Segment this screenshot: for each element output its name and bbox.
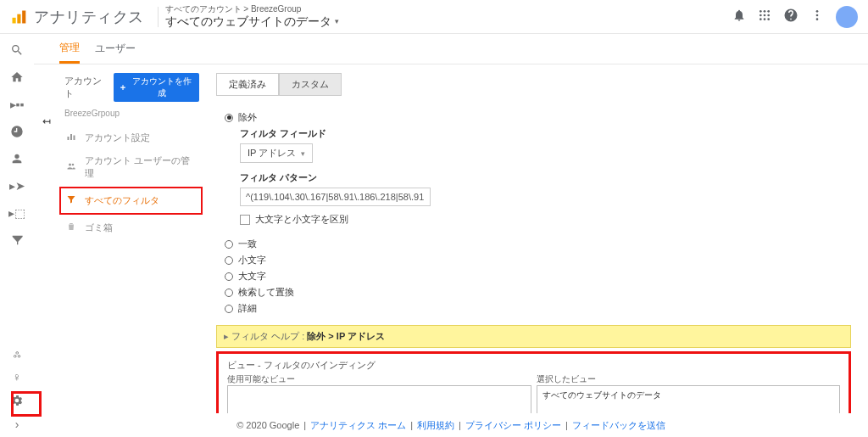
svg-point-4 xyxy=(764,10,766,13)
filter-help-box: ▸ フィルタ ヘルプ : 除外 > IP アドレス xyxy=(216,325,851,348)
brand-name: アナリティクス xyxy=(34,7,144,27)
radio-lower[interactable]: 小文字 xyxy=(225,254,851,266)
dashboard-icon[interactable]: ▸▪▪ xyxy=(9,97,25,112)
avatar[interactable] xyxy=(836,6,858,28)
svg-rect-15 xyxy=(68,137,70,140)
radio-search-replace[interactable]: 検索して置換 xyxy=(225,286,851,299)
svg-rect-0 xyxy=(13,17,16,23)
radio-match[interactable]: 一致 xyxy=(225,238,851,250)
footer-privacy-link[interactable]: プライバシー ポリシー xyxy=(465,419,561,432)
selected-view-item[interactable]: すべてのウェブサイトのデータ xyxy=(542,389,835,401)
svg-point-13 xyxy=(816,14,819,16)
nav-account-users[interactable]: アカウント ユーザーの管理 xyxy=(63,149,199,185)
breadcrumb[interactable]: すべてのアカウント > BreezeGroup すべてのウェブサイトのデータ ▾ xyxy=(165,4,339,29)
radio-upper[interactable]: 大文字 xyxy=(225,270,851,283)
filter-pattern-label: フィルタ パターン xyxy=(240,171,851,184)
app-header: アナリティクス すべてのアカウント > BreezeGroup すべてのウェブサ… xyxy=(0,0,868,34)
nav-account-settings[interactable]: アカウント設定 xyxy=(63,126,199,149)
nav-trash[interactable]: ゴミ箱 xyxy=(63,216,199,239)
svg-point-6 xyxy=(760,14,762,16)
subnav-tabs: 管理 ユーザー xyxy=(34,34,868,64)
home-icon[interactable] xyxy=(9,70,25,85)
more-icon[interactable] xyxy=(810,8,824,25)
radio-detail[interactable]: 詳細 xyxy=(225,302,851,315)
back-arrow-icon[interactable]: ↤ xyxy=(42,115,51,127)
svg-point-19 xyxy=(72,163,75,165)
acquisition-icon[interactable]: ▸➤ xyxy=(9,178,25,193)
svg-point-12 xyxy=(816,10,819,13)
selected-views-label: 選択したビュー xyxy=(537,373,841,385)
selected-views-list[interactable]: すべてのウェブサイトのデータ xyxy=(537,385,841,413)
view-filter-binding: ビュー - フィルタのバインディング 使用可能なビュー 選択したビュー すべての… xyxy=(216,351,851,413)
bar-chart-icon xyxy=(66,132,78,144)
case-sensitive-checkbox[interactable]: 大文字と小文字を区別 xyxy=(240,213,851,226)
svg-point-5 xyxy=(767,10,770,13)
chevron-right-icon: ▸ xyxy=(224,331,231,341)
binding-title: ビュー - フィルタのバインディング xyxy=(227,359,840,372)
filter-type-tabs: 定義済み カスタム xyxy=(216,73,851,96)
svg-rect-2 xyxy=(22,10,25,23)
audience-icon[interactable] xyxy=(9,151,25,166)
account-label: アカウント xyxy=(64,75,108,100)
left-rail: ▸▪▪ ▸➤ ▸⬚ ஃ ♀ › xyxy=(0,34,34,437)
conversions-icon[interactable] xyxy=(9,233,25,248)
svg-rect-17 xyxy=(74,136,75,141)
realtime-icon[interactable] xyxy=(9,124,25,139)
footer-feedback-link[interactable]: フィードバックを送信 xyxy=(572,419,665,432)
chevron-down-icon: ▾ xyxy=(335,17,339,26)
users-icon xyxy=(66,161,78,174)
footer-copyright: © 2020 Google xyxy=(236,420,299,430)
attribution-icon[interactable]: ஃ xyxy=(9,345,25,361)
svg-point-18 xyxy=(69,163,71,165)
svg-point-10 xyxy=(764,18,766,20)
svg-point-8 xyxy=(767,14,770,16)
breadcrumb-path: すべてのアカウント > BreezeGroup xyxy=(165,4,339,14)
filter-form: 定義済み カスタム 除外 フィルタ フィールド IP アドレス ▾ xyxy=(199,64,868,413)
admin-account-column: アカウント ＋ アカウントを作成 BreezeGrpoup ↤ xyxy=(34,64,199,413)
trash-icon xyxy=(66,221,78,234)
filter-pattern-input[interactable] xyxy=(240,188,431,206)
create-account-button[interactable]: ＋ アカウントを作成 xyxy=(114,73,199,102)
behavior-icon[interactable]: ▸⬚ xyxy=(9,205,25,221)
radio-exclude[interactable]: 除外 xyxy=(225,111,851,124)
discover-icon[interactable]: ♀ xyxy=(9,369,25,384)
tab-admin[interactable]: 管理 xyxy=(59,34,80,64)
footer-home-link[interactable]: アナリティクス ホーム xyxy=(310,419,406,432)
svg-rect-1 xyxy=(17,14,20,23)
svg-point-14 xyxy=(816,18,819,20)
svg-point-7 xyxy=(764,14,766,16)
footer-terms-link[interactable]: 利用規約 xyxy=(417,419,454,432)
chevron-right-icon[interactable]: › xyxy=(9,417,25,432)
checkbox-icon xyxy=(240,215,250,225)
footer: © 2020 Google | アナリティクス ホーム | 利用規約 | プライ… xyxy=(34,413,868,437)
radio-icon xyxy=(225,114,233,122)
bell-icon[interactable] xyxy=(732,8,746,25)
svg-rect-16 xyxy=(70,134,72,140)
divider xyxy=(158,7,159,27)
account-name: BreezeGrpoup xyxy=(63,109,199,118)
filter-field-select[interactable]: IP アドレス ▾ xyxy=(240,143,313,163)
help-icon[interactable] xyxy=(783,8,798,26)
analytics-logo-icon xyxy=(10,8,27,25)
breadcrumb-view-name: すべてのウェブサイトのデータ xyxy=(165,14,331,29)
svg-point-3 xyxy=(760,10,762,13)
gear-icon[interactable] xyxy=(9,393,25,408)
svg-point-9 xyxy=(760,18,762,20)
available-views-label: 使用可能なビュー xyxy=(227,373,531,385)
chevron-down-icon: ▾ xyxy=(301,149,305,158)
tab-preset-button[interactable]: 定義済み xyxy=(216,73,279,96)
funnel-icon xyxy=(66,194,78,207)
available-views-list[interactable] xyxy=(227,385,531,413)
nav-all-filters[interactable]: すべてのフィルタ xyxy=(59,187,203,215)
search-icon[interactable] xyxy=(9,42,25,58)
tab-custom-button[interactable]: カスタム xyxy=(279,73,342,96)
tab-user[interactable]: ユーザー xyxy=(95,34,136,64)
apps-icon[interactable] xyxy=(758,8,771,25)
svg-point-11 xyxy=(767,18,770,20)
filter-field-label: フィルタ フィールド xyxy=(240,127,851,140)
